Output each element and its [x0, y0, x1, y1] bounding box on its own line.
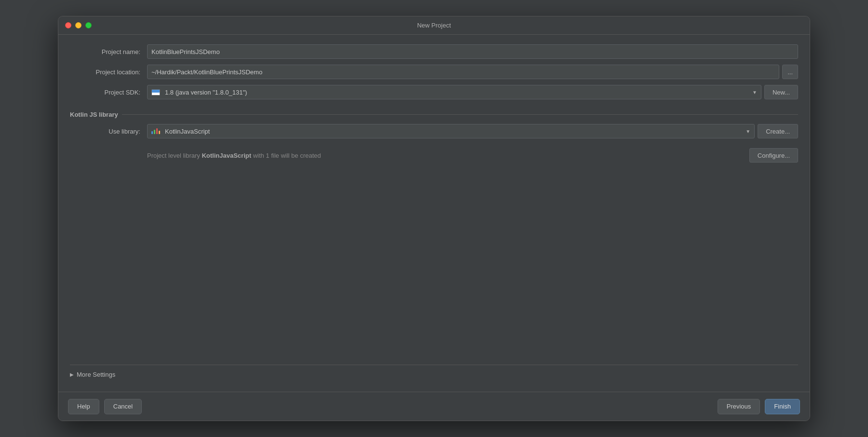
sdk-value: 1.8 (java version "1.8.0_131") — [165, 89, 247, 96]
minimize-button[interactable] — [75, 22, 81, 28]
sdk-chevron-icon: ▼ — [752, 90, 757, 95]
kotlin-js-section-header: Kotlin JS library — [70, 111, 798, 118]
footer-left-buttons: Help Cancel — [68, 399, 142, 414]
info-prefix: Project level library — [147, 152, 202, 159]
more-settings-bar: ▶ More Settings — [70, 365, 798, 382]
maximize-button[interactable] — [85, 22, 92, 28]
new-sdk-button[interactable]: New... — [764, 85, 798, 99]
form-content: Project name: Project location: ... Proj… — [58, 35, 810, 392]
library-select-content: KotlinJavaScript — [151, 127, 210, 136]
library-chevron-icon: ▼ — [746, 129, 750, 134]
sdk-dropdown[interactable]: 1.8 (java version "1.8.0_131") ▼ — [147, 85, 761, 99]
sdk-select-wrap: 1.8 (java version "1.8.0_131") ▼ New... — [147, 85, 798, 99]
sdk-flag-icon — [151, 89, 160, 96]
library-select-wrap: KotlinJavaScript ▼ Create... — [147, 124, 798, 138]
spacer — [70, 172, 798, 365]
footer-right-buttons: Previous Finish — [718, 399, 800, 414]
project-location-input[interactable] — [147, 65, 779, 79]
project-location-wrap: ... — [147, 65, 798, 79]
dots-button[interactable]: ... — [782, 65, 798, 79]
help-button[interactable]: Help — [68, 399, 99, 414]
project-location-row: Project location: ... — [70, 65, 798, 79]
project-name-input[interactable] — [147, 44, 798, 59]
previous-button[interactable]: Previous — [718, 399, 760, 414]
close-button[interactable] — [65, 22, 71, 28]
finish-button[interactable]: Finish — [765, 399, 800, 414]
footer: Help Cancel Previous Finish — [58, 392, 810, 421]
project-location-label: Project location: — [70, 68, 147, 76]
bar-chart-icon — [151, 127, 162, 136]
sdk-select-content: 1.8 (java version "1.8.0_131") — [151, 89, 247, 96]
project-sdk-row: Project SDK: 1.8 (java version "1.8.0_13… — [70, 85, 798, 99]
more-settings-label-text: More Settings — [77, 371, 115, 378]
configure-button[interactable]: Configure... — [749, 148, 798, 163]
more-settings-arrow-icon: ▶ — [70, 372, 74, 377]
library-value: KotlinJavaScript — [165, 128, 210, 135]
project-name-row: Project name: — [70, 44, 798, 59]
info-suffix: with 1 file will be created — [251, 152, 321, 159]
title-bar: New Project — [58, 16, 810, 35]
info-bold: KotlinJavaScript — [202, 152, 251, 159]
info-text: Project level library KotlinJavaScript w… — [147, 152, 321, 159]
window-title: New Project — [417, 22, 451, 29]
kotlin-js-section-title: Kotlin JS library — [70, 111, 118, 118]
new-project-window: New Project Project name: Project locati… — [58, 16, 810, 421]
cancel-button[interactable]: Cancel — [104, 399, 142, 414]
info-row: Project level library KotlinJavaScript w… — [70, 148, 798, 163]
section-divider — [122, 114, 798, 115]
project-name-label: Project name: — [70, 48, 147, 55]
project-sdk-label: Project SDK: — [70, 89, 147, 96]
create-button[interactable]: Create... — [758, 124, 798, 138]
use-library-label: Use library: — [70, 128, 147, 135]
more-settings-toggle[interactable]: ▶ More Settings — [70, 371, 798, 378]
traffic-lights — [65, 22, 92, 28]
library-dropdown[interactable]: KotlinJavaScript ▼ — [147, 124, 755, 138]
use-library-row: Use library: KotlinJavaScript — [70, 124, 798, 138]
